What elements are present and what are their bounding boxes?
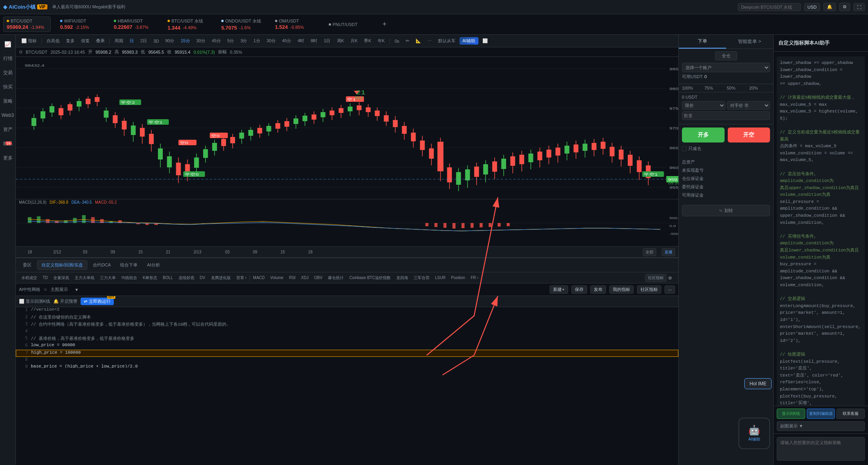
- subtab-back[interactable]: 背章 ›: [234, 274, 249, 281]
- ticker-hbarusdt[interactable]: HBAR/USDT 0.22607 -3.87%: [111, 17, 158, 32]
- toolbar-default-btn[interactable]: 默认从车: [436, 37, 458, 45]
- buy-btn[interactable]: 开多: [682, 128, 725, 142]
- subtab-boll[interactable]: BOLL: [160, 275, 175, 281]
- sidebar-market-icon[interactable]: 行情: [2, 52, 14, 65]
- tab-weitab[interactable]: 委区: [19, 261, 36, 270]
- tab-ai-analysis[interactable]: AI分析: [143, 261, 164, 270]
- toolbar-more2-btn[interactable]: ⋯: [425, 38, 434, 44]
- toolbar-45min2-btn[interactable]: 45分: [280, 37, 294, 45]
- sidebar-fast-icon[interactable]: 快买: [2, 81, 14, 93]
- toolbar-5m-btn[interactable]: 15分: [179, 37, 192, 45]
- toolbar-jiaf-btn[interactable]: 假复: [79, 37, 92, 45]
- fullscreen-btn[interactable]: ⛶: [853, 3, 865, 11]
- subtab-more-btn[interactable]: ⊕: [668, 275, 672, 281]
- toolbar-4h-btn[interactable]: 4时: [295, 37, 307, 45]
- tab-combo-order[interactable]: 组合下单: [116, 261, 141, 270]
- sub-display-btn[interactable]: 副图展示 ▼: [777, 421, 865, 431]
- ticker-ondousdt[interactable]: ONDO/USDT 永续 5.7075 -1.6%: [218, 17, 265, 32]
- direction-select[interactable]: 对手价 市: [727, 101, 770, 110]
- right-tab-order[interactable]: 下单: [679, 35, 726, 49]
- notifications-btn[interactable]: 🔔: [823, 3, 836, 11]
- toolbar-30m-btn[interactable]: 30分: [194, 37, 208, 45]
- toolbar-3min-btn[interactable]: 3分: [238, 37, 249, 45]
- subtab-water[interactable]: 水稻成交: [19, 274, 40, 281]
- transfer-btn[interactable]: ≒ 划转: [682, 205, 770, 216]
- open-alert-btn[interactable]: 🔔 开启预警: [53, 298, 77, 304]
- more-indicator-btn[interactable]: ···: [665, 285, 675, 294]
- subtab-fr[interactable]: FR ›: [468, 275, 480, 281]
- show-backtest-btn[interactable]: ⬜ 显示回测K线: [19, 298, 50, 304]
- toolbar-2day-btn[interactable]: 2日: [138, 37, 149, 45]
- ticker-omusdt[interactable]: OM/USDT 1.524 -0.85%: [272, 17, 319, 32]
- sidebar-web3-icon[interactable]: Web3: [2, 109, 14, 122]
- sidebar-social-icon[interactable]: 联系 24: [2, 137, 14, 150]
- ind-tab-main-display[interactable]: 主图展示: [51, 287, 68, 292]
- publish-indicator-btn[interactable]: 发布: [590, 285, 606, 294]
- subtab-dv[interactable]: DV: [198, 275, 208, 281]
- new-indicator-btn[interactable]: 新建+: [550, 285, 568, 294]
- ind-tab-arrow[interactable]: ▼: [74, 287, 79, 292]
- sell-btn[interactable]: 开空: [728, 128, 770, 142]
- ai-bot-btn[interactable]: 🤖 AI辅助: [738, 418, 770, 449]
- toolbar-period-btn[interactable]: 周期: [112, 37, 126, 45]
- community-indicator-btn[interactable]: 社区指标: [637, 285, 661, 294]
- toolbar-die-btn[interactable]: 叠乘: [94, 37, 107, 45]
- toolbar-fullscreen-btn[interactable]: ⬜: [480, 38, 490, 44]
- toolbar-week-btn[interactable]: 周K: [335, 37, 346, 45]
- subtab-liquidation[interactable]: 爆仓统计: [326, 274, 346, 281]
- toolbar-oc-btn[interactable]: 0s: [392, 38, 402, 44]
- toolbar-ruler-btn[interactable]: 📐: [413, 38, 424, 44]
- show-k-btn[interactable]: 显示到K线: [777, 409, 805, 419]
- community-btn[interactable]: 社区指标: [645, 274, 667, 282]
- save-indicator-btn[interactable]: 保存: [571, 285, 587, 294]
- subtab-dragon[interactable]: 龙腾进化版: [209, 274, 233, 281]
- toolbar-day-btn[interactable]: 日: [127, 37, 136, 45]
- subtab-ma[interactable]: 均线组合: [119, 274, 139, 281]
- contact-btn[interactable]: 联系客服: [836, 409, 865, 419]
- subtab-volume[interactable]: Volume: [268, 275, 286, 281]
- toolbar-3d-btn[interactable]: 3D: [151, 38, 161, 44]
- right-tab-smart[interactable]: 智能套单 >: [726, 35, 774, 49]
- toolbar-90m-btn[interactable]: 90分: [163, 37, 177, 45]
- subtab-main[interactable]: 主力大单线: [72, 274, 97, 281]
- ticker-btcusdt[interactable]: BTC/USDT 95969.24 -1.94%: [3, 17, 51, 32]
- sidebar-trade-icon[interactable]: 交易: [2, 66, 14, 79]
- subtab-xdj[interactable]: XDJ: [299, 275, 311, 281]
- subtab-dragon4[interactable]: 龙四海: [394, 274, 410, 281]
- only-close-checkbox[interactable]: [682, 146, 687, 151]
- tab-contract-dca[interactable]: 合约DCA: [89, 261, 115, 270]
- ticker-wifiusdt[interactable]: WIFI/USDT 0.592 -2.15%: [57, 17, 104, 32]
- sidebar-strategy-icon[interactable]: 策略: [2, 95, 14, 107]
- subtab-3army[interactable]: 三军合营: [411, 274, 432, 281]
- toolbar-fu-btn[interactable]: 复多: [64, 37, 77, 45]
- subtab-rsi[interactable]: RSI: [286, 275, 298, 281]
- subtab-position[interactable]: Position: [449, 275, 468, 281]
- live-run-btn[interactable]: ⇌ 立即跑运行 HOT: [81, 298, 113, 305]
- settings-btn[interactable]: ⚙: [839, 3, 850, 11]
- ticker-btcusdt-perp[interactable]: BTC/USDT 永续 1.344 -4.49%: [164, 17, 212, 32]
- ai-strategy-input[interactable]: [777, 437, 865, 461]
- amount-input[interactable]: [682, 111, 770, 120]
- subtab-td[interactable]: TD: [40, 275, 50, 281]
- toolbar-45m-btn[interactable]: 45分: [209, 37, 223, 45]
- subtab-lsur[interactable]: LSUR: [433, 275, 448, 281]
- toolbar-year-btn[interactable]: 年K: [375, 37, 387, 45]
- copy-to-editor-btn[interactable]: 复制到编辑器: [807, 409, 835, 419]
- toolbar-ai-btn[interactable]: AI辅助: [459, 37, 478, 45]
- sidebar-more-icon[interactable]: 更多: [2, 152, 14, 164]
- subtab-kbar[interactable]: K棒形态: [140, 274, 160, 281]
- sidebar-chart-icon[interactable]: 📈: [2, 38, 14, 51]
- ticker-pnutusdt[interactable]: PNUT/USDT: [326, 21, 373, 28]
- my-indicator-btn[interactable]: 我的指标: [609, 285, 634, 294]
- toolbar-higlow-btn[interactable]: 自高低: [44, 37, 62, 45]
- toolbar-indicator-btn[interactable]: ⬜ 指标: [19, 37, 39, 45]
- toolbar-1d-btn[interactable]: 1日: [321, 37, 333, 45]
- subtab-lx[interactable]: 连续炒底: [176, 274, 197, 281]
- toolbar-month-btn[interactable]: 月K: [348, 37, 360, 45]
- toolbar-quarter-btn[interactable]: 季K: [362, 37, 373, 45]
- all-btn[interactable]: 全部: [643, 248, 656, 256]
- full-mode-btn[interactable]: 全仓: [715, 51, 737, 60]
- toolbar-8h-btn[interactable]: 8时: [308, 37, 320, 45]
- code-editor[interactable]: ⬜ 显示回测K线 🔔 开启预警 ⇌ 立即跑运行 HOT 1//version=2…: [16, 296, 678, 368]
- subtab-obv[interactable]: OBV: [312, 275, 325, 281]
